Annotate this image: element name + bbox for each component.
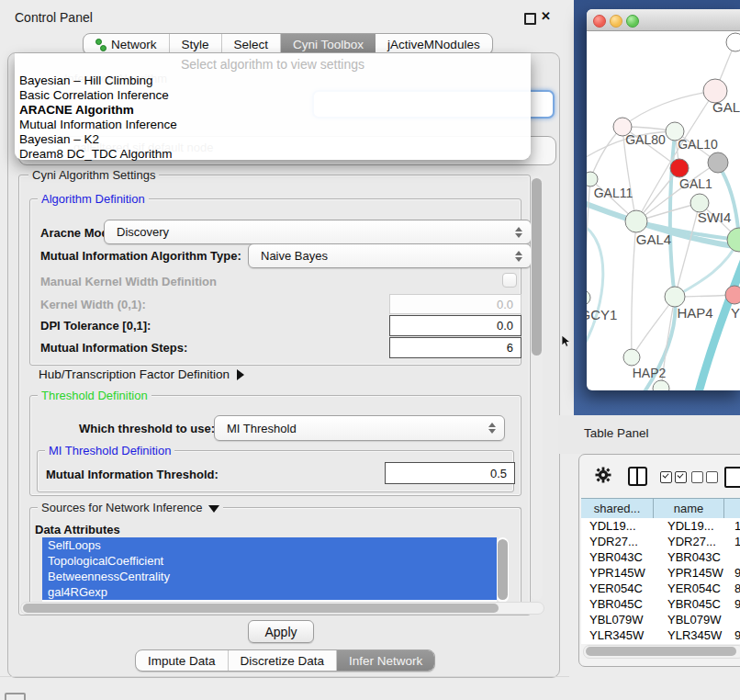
expanded-arrow-icon[interactable] <box>208 505 219 513</box>
table-cell[interactable]: YBR045C <box>581 596 660 612</box>
table-row[interactable]: YBR045CYBR045C9. <box>581 596 740 612</box>
table-cell[interactable]: 9. <box>732 565 740 581</box>
table-cell[interactable]: 9. <box>732 596 740 612</box>
table-cell[interactable]: YLR345W <box>581 627 660 643</box>
table-row[interactable]: YDL19...YDL19...13 <box>581 518 740 534</box>
column-header-shared-name[interactable]: shared... <box>581 498 654 519</box>
table-cell[interactable]: YPR145W <box>581 565 660 581</box>
table-cell[interactable]: YBL079W <box>660 612 732 627</box>
network-node-hap4[interactable] <box>665 287 685 307</box>
tab-select[interactable]: Select <box>222 34 282 54</box>
attribute-list-item[interactable]: BetweennessCentrality <box>42 569 497 584</box>
table-cell[interactable]: YDL19... <box>581 518 660 534</box>
tab-infer-network[interactable]: Infer Network <box>337 650 434 671</box>
table-cell[interactable]: YPR145W <box>660 565 732 581</box>
deselect-all-columns-icon[interactable] <box>691 470 721 487</box>
manual-kernel-width-checkbox[interactable] <box>502 273 517 288</box>
attribute-list-item[interactable]: SelfLoops <box>42 537 497 553</box>
tab-style[interactable]: Style <box>170 34 222 54</box>
close-panel-icon[interactable]: ✕ <box>541 9 551 23</box>
float-window-icon[interactable] <box>524 13 536 25</box>
tab-network[interactable]: Network <box>84 34 170 54</box>
dpi-tolerance-field[interactable]: 0.0 <box>389 315 521 336</box>
table-row[interactable]: YLR345WYLR345W9. <box>581 627 740 643</box>
table-row[interactable]: YER054CYER054C8. <box>581 581 740 596</box>
table-cell[interactable] <box>732 549 740 565</box>
tab-cyni-toolbox[interactable]: Cyni Toolbox <box>281 34 376 54</box>
network-node-top-partial[interactable] <box>726 33 740 51</box>
table-hscrollbar-thumb[interactable] <box>586 647 736 656</box>
table-cell[interactable]: YBR043C <box>581 549 660 565</box>
network-node-hap2[interactable] <box>623 349 640 366</box>
column-header-partial[interactable] <box>724 498 740 519</box>
attributes-scrollbar[interactable] <box>497 537 509 603</box>
table-cell[interactable]: 12 <box>732 534 740 549</box>
tab-discretize-data[interactable]: Discretize Data <box>229 650 338 671</box>
algorithm-option[interactable]: Mutual Information Inference <box>19 118 524 132</box>
attributes-scrollbar-thumb[interactable] <box>498 539 508 600</box>
table-cell[interactable] <box>732 612 740 627</box>
collapsed-arrow-icon[interactable] <box>237 369 244 380</box>
table-cell[interactable]: YIL052C <box>660 643 732 644</box>
table-horizontal-scrollbar[interactable] <box>583 645 740 659</box>
algorithm-option[interactable]: ARACNE Algorithm <box>19 103 524 118</box>
table-cell[interactable]: YBR045C <box>660 596 732 612</box>
network-node-gal4[interactable] <box>625 210 647 232</box>
attribute-list-item[interactable]: gal4RGexp <box>42 584 497 600</box>
settings-vertical-scrollbar[interactable] <box>531 175 543 600</box>
close-traffic-light[interactable] <box>593 15 606 28</box>
document-icon[interactable] <box>724 467 740 488</box>
mi-algorithm-type-combobox[interactable]: Naive Bayes <box>248 243 532 268</box>
mi-threshold-field[interactable]: 0.5 <box>385 462 515 484</box>
algorithm-option[interactable]: Bayesian – Hill Climbing <box>19 73 524 88</box>
network-canvas[interactable]: GALGAL80GAL10GAL1GAL11GAL4SWI4GCY1HAP4YH… <box>587 31 740 390</box>
network-node-gray-node[interactable] <box>708 152 728 173</box>
table-cell[interactable]: YIL052C <box>581 643 660 644</box>
mi-steps-field[interactable]: 6 <box>389 337 521 358</box>
algorithm-option[interactable]: Basic Correlation Inference <box>19 88 524 103</box>
network-node-gcy1[interactable] <box>587 290 590 305</box>
sources-group-title[interactable]: Sources for Network Inference <box>38 501 223 514</box>
table-cell[interactable]: YER054C <box>660 581 732 596</box>
table-cell[interactable]: 13 <box>732 518 740 534</box>
table-cell[interactable]: YER054C <box>581 581 660 596</box>
table-cell[interactable]: YLR345W <box>660 627 732 643</box>
table-row[interactable]: YDR27...YDR27...12 <box>581 534 740 549</box>
apply-button[interactable]: Apply <box>248 620 314 643</box>
table-row[interactable]: YBL079WYBL079W <box>581 612 740 627</box>
table-cell[interactable]: YDR27... <box>660 534 732 549</box>
network-graph[interactable]: GALGAL80GAL10GAL1GAL11GAL4SWI4GCY1HAP4YH… <box>587 31 740 390</box>
table-cell[interactable]: 8. <box>732 581 740 596</box>
table-cell[interactable]: YDR27... <box>581 534 660 549</box>
minimized-panel-icon[interactable] <box>5 693 26 700</box>
minimize-traffic-light[interactable] <box>610 15 622 28</box>
select-all-columns-icon[interactable] <box>660 470 690 487</box>
which-threshold-combobox[interactable]: MI Threshold <box>214 415 505 441</box>
network-window-titlebar[interactable] <box>587 9 740 31</box>
settings-hscrollbar-thumb[interactable] <box>23 604 499 613</box>
settings-vscrollbar-thumb[interactable] <box>532 178 542 356</box>
table-row[interactable]: YPR145WYPR145W9. <box>581 565 740 581</box>
table-cell[interactable]: YDL19... <box>660 518 732 534</box>
table-row[interactable]: YIL052CYIL052C0 <box>581 643 740 644</box>
aracne-mode-combobox[interactable]: Discovery <box>104 220 532 244</box>
algorithm-option[interactable]: Dream8 DC_TDC Algorithm <box>19 147 524 162</box>
table-cell[interactable]: 9. <box>732 627 740 643</box>
gear-icon[interactable] <box>595 467 611 487</box>
table-cell[interactable]: YBL079W <box>581 612 660 627</box>
table-cell[interactable]: 0 <box>732 643 740 644</box>
kernel-width-field[interactable]: 0.0 <box>389 294 521 314</box>
tab-impute-data[interactable]: Impute Data <box>136 650 229 671</box>
column-header-name[interactable]: name <box>654 498 724 519</box>
algorithm-option[interactable]: Bayesian – K2 <box>19 132 524 147</box>
network-node-bottom-partial[interactable] <box>653 380 669 390</box>
hub-definition-expander[interactable]: Hub/Transcription Factor Definition <box>39 367 244 381</box>
network-node-gal1[interactable] <box>670 159 689 177</box>
settings-horizontal-scrollbar[interactable] <box>20 602 544 615</box>
network-node-gal11[interactable] <box>587 172 598 186</box>
attribute-list-item[interactable]: TopologicalCoefficient <box>42 553 497 569</box>
tab-jactivemnodules[interactable]: jActiveMNodules <box>376 34 492 54</box>
table-row[interactable]: YBR043CYBR043C <box>581 549 740 565</box>
split-columns-icon[interactable] <box>628 467 647 486</box>
zoom-traffic-light[interactable] <box>626 15 639 28</box>
